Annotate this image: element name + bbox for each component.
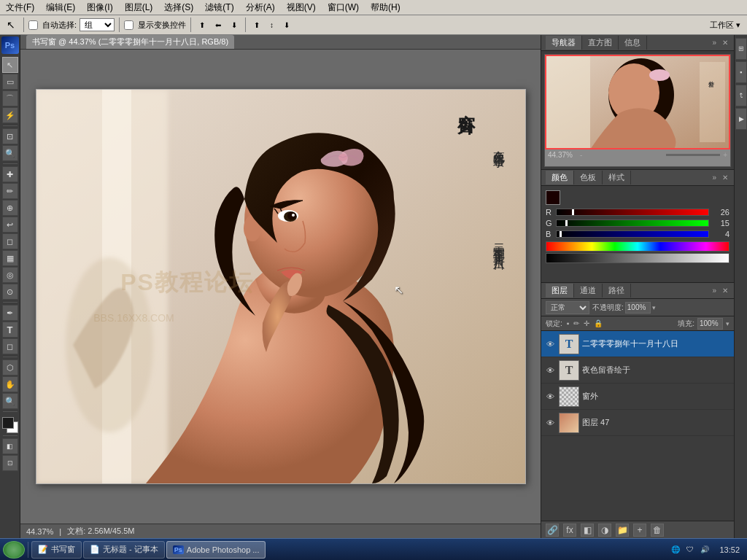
taskbar-item-notepad[interactable]: 📝 书写窗 (31, 541, 82, 559)
r-value[interactable]: 26 (712, 208, 729, 217)
gradient-tool[interactable]: ▦ (2, 250, 18, 266)
layer-adjustment-btn[interactable]: ◑ (598, 524, 611, 537)
layer-item-4[interactable]: 👁 图层 47 (541, 410, 734, 436)
nav-thumbnail[interactable]: 窗外 44.37% - + (544, 54, 731, 167)
vtab-2[interactable]: ▪ (735, 61, 747, 83)
menu-window[interactable]: 窗口(W) (325, 1, 362, 14)
quick-mask-btn[interactable]: ◧ (2, 438, 18, 454)
layer-style-btn[interactable]: fx (563, 524, 576, 537)
b-value[interactable]: 4 (712, 230, 729, 238)
color-boxes[interactable] (2, 417, 18, 433)
navigator-close-btn[interactable]: ✕ (721, 39, 729, 47)
taskbar-item-notepad2[interactable]: 📄 无标题 - 记事本 (83, 541, 165, 559)
lock-move-btn[interactable]: ✛ (584, 319, 589, 327)
magic-wand-tool[interactable]: ⚡ (2, 107, 18, 123)
color-close-btn[interactable]: ✕ (721, 174, 729, 182)
layer-group-btn[interactable]: 📁 (616, 524, 629, 537)
distribute-bottom-btn[interactable]: ⬇ (280, 19, 293, 31)
lasso-tool[interactable]: ⌒ (2, 90, 18, 106)
vtab-1[interactable]: ⊞ (735, 38, 747, 60)
3d-tool[interactable]: ⬡ (2, 359, 18, 376)
layer-item-3[interactable]: 👁 窗外 (541, 384, 734, 410)
layer-link-btn[interactable]: 🔗 (546, 524, 559, 537)
shape-tool[interactable]: ◻ (2, 338, 18, 354)
fg-color-swatch[interactable] (546, 190, 560, 205)
align-bottom-btn[interactable]: ⬇ (228, 19, 241, 31)
toolbar-move-arrow[interactable]: ↖ (3, 17, 19, 33)
layers-expand-btn[interactable]: » (711, 287, 718, 295)
layer-item-2[interactable]: 👁 T 夜色留香绘于 (541, 357, 734, 384)
fill-input[interactable] (697, 318, 723, 330)
layer-eye-3[interactable]: 👁 (544, 391, 556, 402)
zoom-minus-btn[interactable]: - (580, 151, 582, 159)
nav-zoom-slider[interactable] (585, 154, 720, 156)
canvas-tab-label[interactable]: 书写窗 @ 44.37% (二零零零捌年十一月十八日, RGB/8) (26, 35, 234, 49)
layer-eye-1[interactable]: 👁 (544, 338, 556, 350)
menu-view[interactable]: 视图(V) (284, 1, 319, 14)
move-tool[interactable]: ↖ (2, 57, 18, 73)
show-transform-checkbox[interactable] (124, 20, 133, 30)
opacity-arrow[interactable]: ▾ (652, 304, 656, 311)
menu-analyze[interactable]: 分析(A) (243, 1, 278, 14)
fill-arrow[interactable]: ▾ (726, 320, 729, 327)
history-brush-tool[interactable]: ↩ (2, 217, 18, 233)
tab-color[interactable]: 颜色 (546, 171, 574, 184)
selection-tool[interactable]: ▭ (2, 74, 18, 90)
g-value[interactable]: 15 (712, 219, 729, 228)
opacity-input[interactable] (625, 302, 651, 314)
vtab-3[interactable]: ↩ (735, 85, 747, 106)
navigator-expand-btn[interactable]: » (711, 39, 718, 47)
layer-item-1[interactable]: 👁 T 二零零零捌年十一月十八日 (541, 331, 734, 357)
lock-transparent-btn[interactable]: ▪ (567, 319, 570, 327)
lock-paint-btn[interactable]: ✏ (573, 319, 579, 327)
color-spectrum[interactable] (546, 241, 729, 252)
distribute-vcenter-btn[interactable]: ↕ (266, 19, 277, 31)
pen-tool[interactable]: ✒ (2, 305, 18, 321)
auto-select-checkbox[interactable] (28, 20, 38, 30)
foreground-color-swatch[interactable] (2, 417, 14, 429)
color-bw-gradient[interactable] (546, 253, 729, 263)
b-slider[interactable] (556, 230, 709, 238)
menu-help[interactable]: 帮助(H) (368, 1, 403, 14)
lock-all-btn[interactable]: 🔒 (594, 319, 603, 327)
healing-brush-tool[interactable]: ✚ (2, 166, 18, 182)
tray-icon-network[interactable]: 🌐 (670, 544, 681, 556)
eyedropper-tool[interactable]: 🔍 (2, 145, 18, 161)
text-tool[interactable]: T (2, 322, 18, 338)
canvas-zoom-display[interactable]: 44.37% (26, 527, 53, 536)
crop-tool[interactable]: ⊡ (2, 128, 18, 144)
layer-new-btn[interactable]: + (633, 524, 646, 537)
tab-channels[interactable]: 通道 (574, 284, 603, 298)
clone-stamp-tool[interactable]: ⊕ (2, 200, 18, 216)
menu-image[interactable]: 图像(I) (84, 1, 115, 14)
dodge-tool[interactable]: ⊙ (2, 284, 18, 300)
brush-tool[interactable]: ✏ (2, 183, 18, 199)
canvas-viewport[interactable]: PS教程论坛 BBS.16XX8.COM 窗外 夜色留香绘于 二零零捌年十一月十… (20, 50, 541, 524)
zoom-tool[interactable]: 🔍 (2, 393, 18, 409)
distribute-top-btn[interactable]: ⬆ (250, 19, 263, 31)
g-slider[interactable] (556, 219, 709, 227)
blur-tool[interactable]: ◎ (2, 267, 18, 283)
menu-filter[interactable]: 滤镜(T) (202, 1, 236, 14)
menu-file[interactable]: 文件(F) (3, 1, 37, 14)
blend-mode-select[interactable]: 正常 溶解 正片叠底 (546, 301, 589, 314)
tab-navigator[interactable]: 导航器 (546, 36, 582, 50)
color-expand-btn[interactable]: » (711, 174, 718, 182)
layer-mask-btn[interactable]: ◧ (581, 524, 594, 537)
screen-mode-btn[interactable]: ⊡ (2, 455, 18, 471)
menu-layer[interactable]: 图层(L) (122, 1, 156, 14)
layer-eye-2[interactable]: 👁 (544, 365, 556, 376)
start-button[interactable] (3, 541, 25, 559)
menu-edit[interactable]: 编辑(E) (43, 1, 78, 14)
align-top-btn[interactable]: ⬆ (196, 19, 209, 31)
layers-close-btn[interactable]: ✕ (721, 287, 729, 295)
tab-histogram[interactable]: 直方图 (582, 36, 619, 50)
zoom-plus-btn[interactable]: + (723, 151, 727, 159)
layer-delete-btn[interactable]: 🗑 (651, 524, 664, 537)
workspace-btn[interactable]: 工作区 ▾ (706, 18, 744, 33)
taskbar-item-photoshop[interactable]: Ps Adobe Photoshop ... (166, 541, 266, 559)
eraser-tool[interactable]: ◻ (2, 233, 18, 249)
tab-styles[interactable]: 样式 (603, 171, 631, 184)
tab-swatches[interactable]: 色板 (574, 171, 603, 184)
tab-paths[interactable]: 路径 (603, 284, 631, 298)
